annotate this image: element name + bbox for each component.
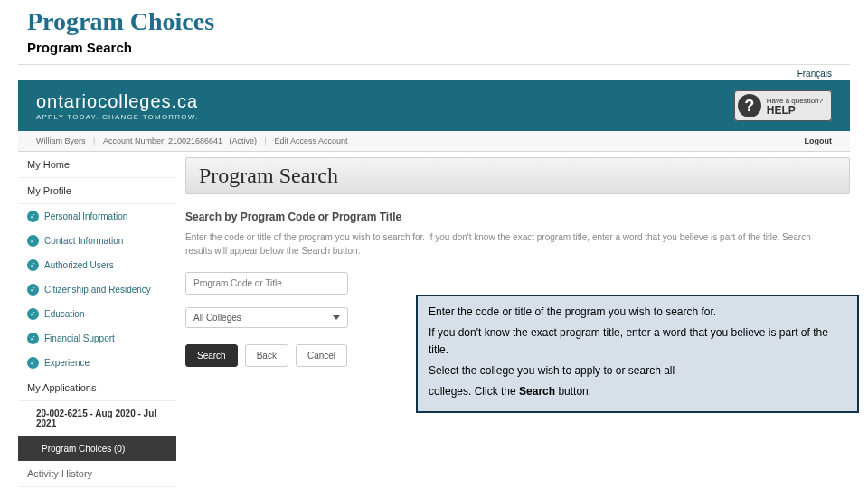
sidebar-item-citizenship-residency[interactable]: ✓ Citizenship and Residency [18,277,176,302]
check-icon: ✓ [27,211,39,222]
sidebar-item-education[interactable]: ✓ Education [18,302,176,326]
sidebar-item-label: Experience [44,358,90,368]
sidebar: My Home My Profile ✓ Personal Informatio… [18,152,176,487]
sidebar-application-entry[interactable]: 20-002-6215 - Aug 2020 - Jul 2021 [18,401,176,436]
sidebar-item-financial-support[interactable]: ✓ Financial Support [18,326,176,351]
page-title: Program Search [199,164,338,188]
callout-text: button. [555,385,591,398]
sidebar-my-applications[interactable]: My Applications [18,375,176,401]
account-info: William Byers | Account Number: 21002168… [36,136,348,145]
sidebar-item-label: Authorized Users [44,260,114,270]
edit-access-link[interactable]: Edit Access Account [274,136,347,145]
sidebar-item-personal-information[interactable]: ✓ Personal Information [18,204,176,229]
search-button[interactable]: Search [185,344,238,367]
sidebar-item-contact-information[interactable]: ✓ Contact Information [18,229,176,253]
brand-bar: ontariocolleges.ca APPLY TODAY. CHANGE T… [18,80,850,131]
account-number-label: Account Number: [103,136,166,145]
account-number: 210021686641 [168,136,222,145]
back-button[interactable]: Back [245,344,288,367]
callout-text: colleges. Click the [429,385,519,398]
sidebar-my-home[interactable]: My Home [18,152,176,178]
help-button[interactable]: ? Have a question? HELP [734,90,832,121]
college-select-value: All Colleges [193,313,241,323]
app-screenshot: Français ontariocolleges.ca APPLY TODAY.… [18,64,850,487]
help-label: HELP [767,106,823,115]
top-links: Français [18,65,850,80]
chevron-down-icon [333,315,340,320]
sidebar-item-label: Contact Information [44,236,123,246]
check-icon: ✓ [27,259,39,271]
logo-sub: APPLY TODAY. CHANGE TOMORROW. [36,113,198,121]
instruction-callout: Enter the code or title of the program y… [416,295,859,413]
logout-link[interactable]: Logout [805,136,833,145]
sidebar-item-experience[interactable]: ✓ Experience [18,351,176,375]
sidebar-item-label: Personal Information [44,211,127,221]
section-heading: Search by Program Code or Program Title [185,211,850,223]
help-text: Have a question? HELP [767,97,823,115]
separator: | [93,136,95,145]
sidebar-program-choices[interactable]: Program Choices (0) [18,436,176,461]
sidebar-item-authorized-users[interactable]: ✓ Authorized Users [18,253,176,277]
callout-line: Select the college you wish to apply to … [429,362,846,380]
sidebar-my-profile[interactable]: My Profile [18,178,176,204]
account-status: (Active) [230,136,258,145]
check-icon: ✓ [27,235,39,247]
check-icon: ✓ [27,357,39,369]
account-bar: William Byers | Account Number: 21002168… [18,131,850,152]
sidebar-item-label: Citizenship and Residency [44,285,151,295]
sidebar-item-label: Education [44,309,84,319]
check-icon: ✓ [27,333,39,344]
logo-main: ontariocolleges.ca [36,91,198,112]
language-link[interactable]: Français [797,69,832,79]
separator: | [265,136,267,145]
question-icon: ? [738,94,761,117]
page-title-bar: Program Search [185,157,850,194]
check-icon: ✓ [27,284,39,296]
college-select[interactable]: All Colleges [185,307,348,328]
callout-line: colleges. Click the Search button. [429,383,846,400]
logo: ontariocolleges.ca APPLY TODAY. CHANGE T… [36,91,198,121]
slide-title: Program Choices [0,0,868,36]
program-code-input[interactable] [185,272,348,295]
cancel-button[interactable]: Cancel [296,344,347,367]
slide-subtitle: Program Search [0,36,868,64]
sidebar-activity-history[interactable]: Activity History [18,461,176,487]
check-icon: ✓ [27,308,39,320]
helper-text: Enter the code or title of the program y… [185,230,818,258]
callout-line: Enter the code or title of the program y… [429,304,846,321]
account-name: William Byers [36,136,86,145]
sidebar-item-label: Financial Support [44,333,115,343]
callout-line: If you don't know the exact program titl… [429,324,846,359]
callout-bold: Search [519,385,555,398]
